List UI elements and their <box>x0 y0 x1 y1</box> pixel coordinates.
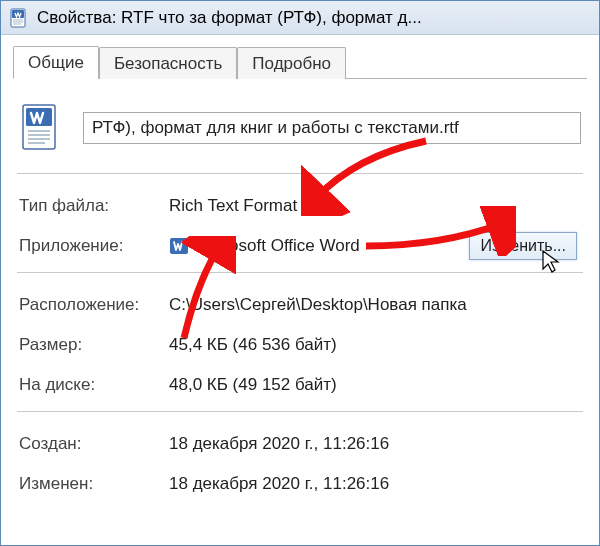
row-opens-with: Приложение: Microsoft Office Word Измени… <box>19 226 583 266</box>
value-location: C:\Users\Сергей\Desktop\Новая папка <box>169 295 583 315</box>
window-title: Свойства: RTF что за формат (РТФ), форма… <box>37 8 591 28</box>
label-opens-with: Приложение: <box>19 236 169 256</box>
properties-window: Свойства: RTF что за формат (РТФ), форма… <box>0 0 600 546</box>
value-size-on-disk: 48,0 КБ (49 152 байт) <box>169 375 583 395</box>
label-filetype: Тип файла: <box>19 196 169 216</box>
value-filetype: Rich Text Format (.rtf) <box>169 196 583 216</box>
row-filetype: Тип файла: Rich Text Format (.rtf) <box>19 186 583 226</box>
row-location: Расположение: C:\Users\Сергей\Desktop\Но… <box>19 285 583 325</box>
row-size: Размер: 45,4 КБ (46 536 байт) <box>19 325 583 365</box>
file-type-large-icon <box>19 103 63 153</box>
label-size: Размер: <box>19 335 169 355</box>
value-opens-with: Microsoft Office Word <box>197 236 360 256</box>
cursor-icon <box>541 249 561 275</box>
value-modified: 18 декабря 2020 г., 11:26:16 <box>169 474 583 494</box>
label-location: Расположение: <box>19 295 169 315</box>
divider <box>17 411 583 412</box>
value-size: 45,4 КБ (46 536 байт) <box>169 335 583 355</box>
filename-input[interactable] <box>83 112 581 144</box>
tab-general[interactable]: Общие <box>13 46 99 79</box>
tab-security[interactable]: Безопасность <box>99 47 237 79</box>
tabpanel-general: Тип файла: Rich Text Format (.rtf) Прило… <box>13 78 587 508</box>
label-size-on-disk: На диске: <box>19 375 169 395</box>
word-app-icon <box>169 236 189 256</box>
word-document-icon <box>9 8 29 28</box>
label-created: Создан: <box>19 434 169 454</box>
row-created: Создан: 18 декабря 2020 г., 11:26:16 <box>19 424 583 464</box>
row-modified: Изменен: 18 декабря 2020 г., 11:26:16 <box>19 464 583 504</box>
label-modified: Изменен: <box>19 474 169 494</box>
value-created: 18 декабря 2020 г., 11:26:16 <box>169 434 583 454</box>
tab-details[interactable]: Подробно <box>237 47 346 79</box>
row-size-on-disk: На диске: 48,0 КБ (49 152 байт) <box>19 365 583 405</box>
divider <box>17 173 583 174</box>
tab-strip: Общие Безопасность Подробно <box>13 45 587 78</box>
titlebar[interactable]: Свойства: RTF что за формат (РТФ), форма… <box>1 1 599 35</box>
divider <box>17 272 583 273</box>
